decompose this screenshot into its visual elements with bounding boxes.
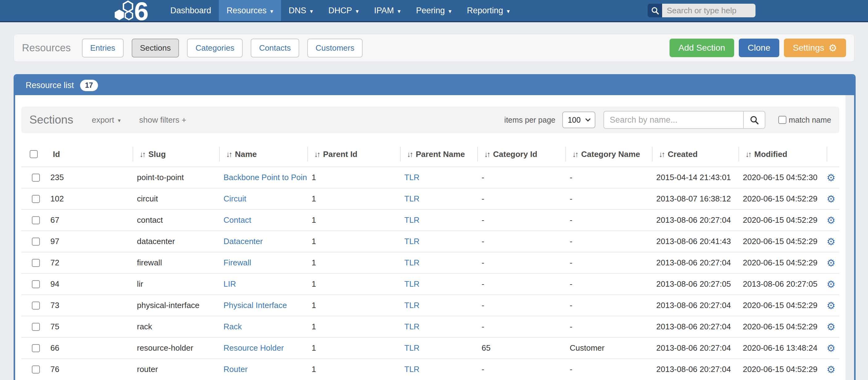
column-header-slug[interactable]: ↓↑ Slug: [133, 142, 219, 166]
button-clone[interactable]: Clone ⚙: [739, 39, 779, 57]
column-header-parent-name[interactable]: ↓↑ Parent Name: [400, 142, 477, 166]
nav-item[interactable]: DNS ▾: [281, 0, 321, 21]
nav-item[interactable]: Peering ▾: [408, 0, 459, 21]
resource-name-link[interactable]: Circuit: [223, 194, 246, 203]
column-label: Slug: [148, 150, 166, 159]
cell-parent-name: TLR: [400, 194, 477, 203]
parent-name-link[interactable]: TLR: [404, 365, 420, 374]
button-settings[interactable]: Settings ⚙: [784, 39, 846, 57]
search-button[interactable]: [743, 111, 765, 129]
row-checkbox[interactable]: [32, 216, 40, 224]
parent-name-link[interactable]: TLR: [404, 258, 420, 267]
button-add-section[interactable]: Add Section ⚙: [670, 39, 734, 57]
row-gear-icon[interactable]: ⚙: [827, 365, 836, 374]
table-toolbar: Sections export ▾ show filters + items p…: [21, 106, 839, 133]
tab-label: Entries: [90, 43, 115, 53]
help-search-input[interactable]: [662, 4, 755, 17]
resource-name-link[interactable]: Rack: [223, 322, 242, 331]
column-header-name[interactable]: ↓↑ Name: [219, 142, 307, 166]
search-icon: [749, 115, 759, 125]
table-row: 72 firewall Firewall 1 TLR - - 2013-08-0…: [21, 252, 839, 273]
row-checkbox[interactable]: [32, 302, 40, 310]
row-checkbox[interactable]: [32, 280, 40, 288]
tab-entries[interactable]: Entries: [82, 39, 124, 58]
resource-name-link[interactable]: Contact: [223, 215, 251, 225]
column-header-category-id[interactable]: ↓↑ Category Id: [477, 142, 565, 166]
row-checkbox[interactable]: [32, 238, 40, 246]
cell-modified: 2020-06-15 04:52:29: [739, 365, 827, 374]
resource-name-link[interactable]: Firewall: [223, 258, 251, 267]
row-gear-icon[interactable]: ⚙: [827, 236, 836, 247]
resource-name-link[interactable]: Physical Interface: [223, 300, 287, 310]
cell-parent-id: 1: [307, 236, 400, 246]
tab-sections[interactable]: Sections: [132, 39, 179, 58]
tab-categories[interactable]: Categories: [187, 39, 243, 58]
cell-category-id: -: [477, 236, 565, 246]
tab-customers[interactable]: Customers: [307, 39, 363, 58]
column-header-created[interactable]: ↓↑ Created: [652, 142, 739, 166]
table-row: 94 lir LIR 1 TLR - - 2013-08-06 20:27:05…: [21, 273, 839, 294]
row-gear-icon[interactable]: ⚙: [827, 279, 836, 289]
nav-item[interactable]: Dashboard ▾: [163, 0, 219, 21]
column-header-category-name[interactable]: ↓↑ Category Name: [565, 142, 652, 166]
brand-logo[interactable]: 6: [113, 0, 152, 21]
parent-name-link[interactable]: TLR: [404, 236, 420, 246]
row-gear-icon[interactable]: ⚙: [827, 322, 836, 332]
resource-name-link[interactable]: Datacenter: [223, 236, 263, 246]
show-filters-link[interactable]: show filters +: [139, 115, 186, 125]
row-checkbox[interactable]: [32, 259, 40, 267]
row-checkbox[interactable]: [32, 344, 40, 352]
match-name-checkbox[interactable]: [778, 116, 786, 124]
cell-created: 2013-08-06 20:41:43: [652, 236, 739, 246]
resource-name-link[interactable]: Router: [223, 365, 248, 374]
nav-item[interactable]: DHCP ▾: [320, 0, 366, 21]
nav-item[interactable]: Reporting ▾: [459, 0, 518, 21]
items-per-page-select[interactable]: 100: [562, 112, 596, 128]
parent-name-link[interactable]: TLR: [404, 215, 420, 225]
sort-icon: ↓↑: [572, 150, 578, 159]
row-gear-icon[interactable]: ⚙: [827, 173, 836, 183]
parent-name-link[interactable]: TLR: [404, 173, 420, 182]
table-body: 235 point-to-point Backbone Point to Poi…: [21, 166, 839, 380]
resource-name-link[interactable]: Backbone Point to Point: [223, 173, 307, 182]
parent-name-link[interactable]: TLR: [404, 343, 420, 352]
cell-actions: ⚙: [827, 173, 836, 183]
export-menu[interactable]: export ▾: [92, 115, 121, 125]
cell-parent-name: TLR: [400, 365, 477, 374]
resource-name-link[interactable]: LIR: [223, 279, 236, 289]
chevron-down-icon: [586, 117, 591, 122]
row-gear-icon[interactable]: ⚙: [827, 215, 836, 225]
page-title: Resources: [22, 42, 71, 54]
cell-actions: ⚙: [827, 279, 836, 289]
nav-item[interactable]: IPAM ▾: [366, 0, 408, 21]
parent-name-link[interactable]: TLR: [404, 194, 420, 203]
row-checkbox[interactable]: [32, 173, 40, 182]
row-gear-icon[interactable]: ⚙: [827, 194, 836, 204]
parent-name-link[interactable]: TLR: [404, 322, 420, 331]
tab-contacts[interactable]: Contacts: [251, 39, 299, 58]
row-gear-icon[interactable]: ⚙: [827, 300, 836, 311]
gear-icon: ⚙: [829, 43, 837, 53]
action-button-label: Add Section: [679, 43, 725, 53]
column-header-id[interactable]: ↓↑ Id: [46, 142, 133, 166]
row-gear-icon[interactable]: ⚙: [827, 258, 836, 268]
table-row: 97 datacenter Datacenter 1 TLR - - 2013-…: [21, 230, 839, 252]
scrollbar-track[interactable]: [845, 95, 854, 380]
column-header[interactable]: ↓↑: [827, 142, 839, 166]
parent-name-link[interactable]: TLR: [404, 300, 420, 310]
search-by-name-input[interactable]: [603, 111, 743, 129]
action-button-label: Clone: [748, 43, 770, 53]
parent-name-link[interactable]: TLR: [404, 279, 420, 289]
column-header-modified[interactable]: ↓↑ Modified: [739, 142, 827, 166]
top-navbar: 6 Dashboard ▾ Resources ▾ DNS ▾ DHCP ▾ I…: [0, 0, 868, 22]
column-header-parent-id[interactable]: ↓↑ Parent Id: [307, 142, 400, 166]
row-checkbox[interactable]: [32, 366, 40, 374]
row-gear-icon[interactable]: ⚙: [827, 343, 836, 353]
select-all-checkbox[interactable]: [30, 150, 38, 158]
nav-item-label: Reporting: [467, 6, 503, 15]
resource-name-link[interactable]: Resource Holder: [223, 343, 284, 352]
row-checkbox[interactable]: [32, 195, 40, 203]
row-checkbox[interactable]: [32, 323, 40, 331]
cell-id: 102: [46, 194, 133, 203]
nav-item[interactable]: Resources ▾: [219, 0, 281, 21]
